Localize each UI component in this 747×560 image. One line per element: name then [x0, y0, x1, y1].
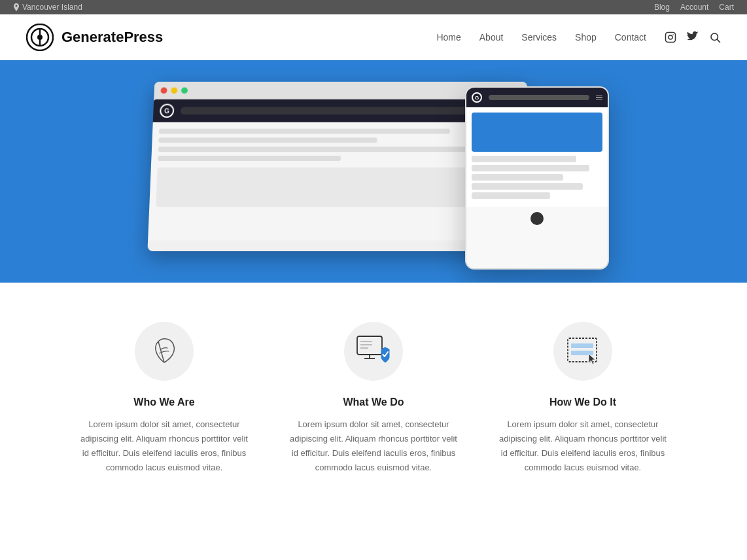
top-bar: Vancouver Island Blog Account Cart — [0, 0, 747, 14]
who-we-are-title: Who We Are — [79, 396, 249, 408]
search-icon[interactable] — [709, 31, 721, 43]
browser-cursor-icon — [565, 336, 601, 367]
phone-hero-img — [472, 113, 602, 152]
hero-banner: G G — [0, 60, 747, 283]
what-we-do-icon-circle — [344, 322, 403, 381]
cart-link[interactable]: Cart — [719, 3, 734, 12]
how-we-do-it-title: How We Do It — [498, 396, 668, 408]
svg-rect-9 — [357, 336, 382, 355]
who-we-are-text: Lorem ipsum dolor sit amet, consectetur … — [79, 417, 249, 475]
features-section: Who We Are Lorem ipsum dolor sit amet, c… — [0, 283, 747, 501]
instagram-icon[interactable] — [665, 31, 676, 43]
nav-home[interactable]: Home — [436, 32, 460, 43]
nav-contact[interactable]: Contact — [615, 32, 646, 43]
logo-text: GeneratePress — [61, 29, 163, 46]
nav-social-icons — [665, 31, 721, 43]
twitter-icon[interactable] — [687, 31, 699, 43]
dot-red — [160, 88, 167, 94]
what-we-do-text: Lorem ipsum dolor sit amet, consectetur … — [288, 417, 459, 475]
svg-point-6 — [672, 34, 674, 35]
feature-who-we-are: Who We Are Lorem ipsum dolor sit amet, c… — [60, 322, 269, 475]
top-bar-links: Blog Account Cart — [654, 3, 734, 12]
logo-icon — [26, 24, 54, 51]
svg-point-3 — [37, 35, 43, 40]
dot-yellow — [171, 88, 177, 94]
site-header: GeneratePress Home About Services Shop C… — [0, 14, 747, 60]
svg-rect-18 — [571, 351, 593, 355]
feather-icon — [149, 336, 179, 366]
phone-mockup: G — [465, 86, 609, 270]
dot-green — [181, 88, 188, 94]
top-bar-location: Vancouver Island — [13, 3, 82, 12]
site-logo[interactable]: GeneratePress — [26, 24, 163, 51]
svg-rect-17 — [571, 343, 593, 348]
svg-line-8 — [717, 39, 720, 42]
nav-shop[interactable]: Shop — [575, 32, 597, 43]
feature-what-we-do: What We Do Lorem ipsum dolor sit amet, c… — [269, 322, 478, 475]
hero-visual: G G — [112, 67, 635, 276]
account-link[interactable]: Account — [680, 3, 708, 12]
browser-logo-circle: G — [160, 104, 175, 118]
blog-link[interactable]: Blog — [654, 3, 670, 12]
svg-rect-4 — [666, 32, 676, 42]
phone-header: G — [466, 88, 608, 107]
phone-logo: G — [472, 92, 482, 103]
how-we-do-it-text: Lorem ipsum dolor sit amet, consectetur … — [498, 417, 668, 475]
what-we-do-title: What We Do — [288, 396, 459, 408]
monitor-shield-icon — [354, 335, 393, 368]
main-nav: Home About Services Shop Contact — [436, 31, 721, 43]
nav-services[interactable]: Services — [521, 32, 557, 43]
svg-point-5 — [669, 35, 672, 39]
nav-about[interactable]: About — [479, 32, 504, 43]
who-we-are-icon-circle — [135, 322, 194, 381]
phone-body — [466, 107, 608, 207]
feature-how-we-do-it: How We Do It Lorem ipsum dolor sit amet,… — [478, 322, 687, 475]
phone-home-button — [530, 212, 544, 225]
how-we-do-it-icon-circle — [553, 322, 612, 381]
